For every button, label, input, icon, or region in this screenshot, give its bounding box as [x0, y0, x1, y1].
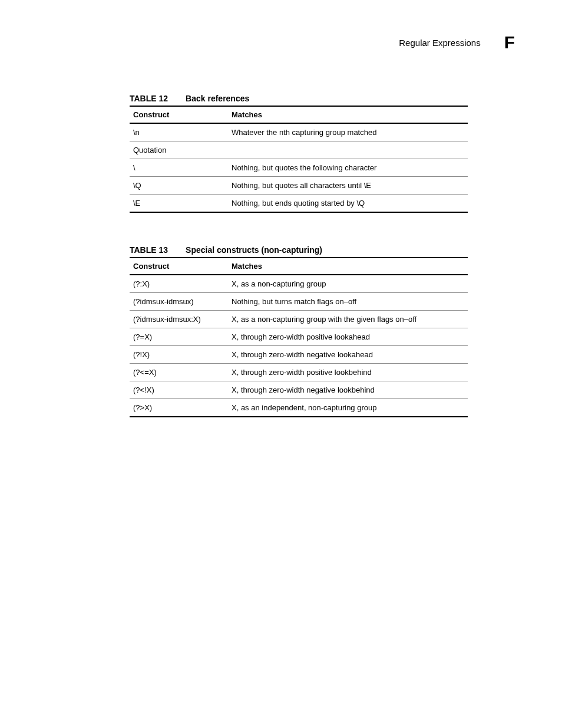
cell-construct: (?=X): [130, 328, 228, 346]
table-13-block: TABLE 13 Special constructs (non-capturi…: [130, 245, 468, 417]
table-row: (?<!X) X, through zero-width negative lo…: [130, 381, 468, 399]
cell-construct: (?:X): [130, 275, 228, 293]
cell-matches: X, as a non-capturing group with the giv…: [228, 311, 468, 328]
table-13-header-row: Construct Matches: [130, 258, 468, 275]
header-letter: F: [504, 32, 515, 52]
table-13: Construct Matches (?:X) X, as a non-capt…: [130, 257, 468, 417]
cell-matches: X, through zero-width negative lookahead: [228, 346, 468, 364]
cell-construct: (?<=X): [130, 364, 228, 381]
cell-construct: \E: [130, 195, 228, 213]
table-row: (?=X) X, through zero-width positive loo…: [130, 328, 468, 346]
cell-construct: (?<!X): [130, 381, 228, 399]
cell-matches: X, through zero-width positive lookahead: [228, 328, 468, 346]
table-12-block: TABLE 12 Back references Construct Match…: [130, 94, 468, 213]
cell-matches: X, as an independent, non-capturing grou…: [228, 399, 468, 417]
table-12-col-matches: Matches: [228, 106, 468, 123]
cell-construct: \Q: [130, 177, 228, 195]
cell-construct: (?idmsux-idmsux:X): [130, 311, 228, 328]
page: Regular Expressions F TABLE 12 Back refe…: [0, 0, 562, 728]
table-row: (?<=X) X, through zero-width positive lo…: [130, 364, 468, 381]
table-row: (?idmsux-idmsux:X) X, as a non-capturing…: [130, 311, 468, 328]
table-12-caption: TABLE 12 Back references: [130, 94, 468, 103]
table-12-col-construct: Construct: [130, 106, 228, 123]
header-title: Regular Expressions: [399, 38, 480, 48]
cell-construct: (?!X): [130, 346, 228, 364]
cell-construct: (?idmsux-idmsux): [130, 293, 228, 311]
cell-matches: Nothing, but quotes all characters until…: [228, 177, 468, 195]
cell-construct: (?>X): [130, 399, 228, 417]
page-header: Regular Expressions F: [35, 32, 527, 52]
cell-matches: Nothing, but ends quoting started by \Q: [228, 195, 468, 213]
table-12-header-row: Construct Matches: [130, 106, 468, 123]
table-row: (?>X) X, as an independent, non-capturin…: [130, 399, 468, 417]
table-row: \ Nothing, but quotes the following char…: [130, 159, 468, 177]
cell-matches: X, as a non-capturing group: [228, 275, 468, 293]
table-row: (?idmsux-idmsux) Nothing, but turns matc…: [130, 293, 468, 311]
table-13-label: TABLE 13: [130, 245, 168, 255]
cell-matches: Nothing, but turns match flags on–off: [228, 293, 468, 311]
table-row: (?!X) X, through zero-width negative loo…: [130, 346, 468, 364]
table-13-col-construct: Construct: [130, 258, 228, 275]
table-row: \Q Nothing, but quotes all characters un…: [130, 177, 468, 195]
section-heading-cell: Quotation: [130, 141, 468, 159]
cell-construct: \n: [130, 123, 228, 141]
table-12-label: TABLE 12: [130, 94, 168, 103]
table-row: (?:X) X, as a non-capturing group: [130, 275, 468, 293]
cell-matches: X, through zero-width negative lookbehin…: [228, 381, 468, 399]
cell-construct: \: [130, 159, 228, 177]
table-12: Construct Matches \n Whatever the nth ca…: [130, 106, 468, 213]
cell-matches: Whatever the nth capturing group matched: [228, 123, 468, 141]
table-13-col-matches: Matches: [228, 258, 468, 275]
cell-matches: X, through zero-width positive lookbehin…: [228, 364, 468, 381]
table-12-title: Back references: [186, 94, 249, 103]
table-13-title: Special constructs (non-capturing): [186, 245, 322, 255]
content-area: TABLE 12 Back references Construct Match…: [130, 94, 468, 417]
table-13-caption: TABLE 13 Special constructs (non-capturi…: [130, 245, 468, 255]
table-row: \E Nothing, but ends quoting started by …: [130, 195, 468, 213]
table-row: \n Whatever the nth capturing group matc…: [130, 123, 468, 141]
cell-matches: Nothing, but quotes the following charac…: [228, 159, 468, 177]
table-row: Quotation: [130, 141, 468, 159]
